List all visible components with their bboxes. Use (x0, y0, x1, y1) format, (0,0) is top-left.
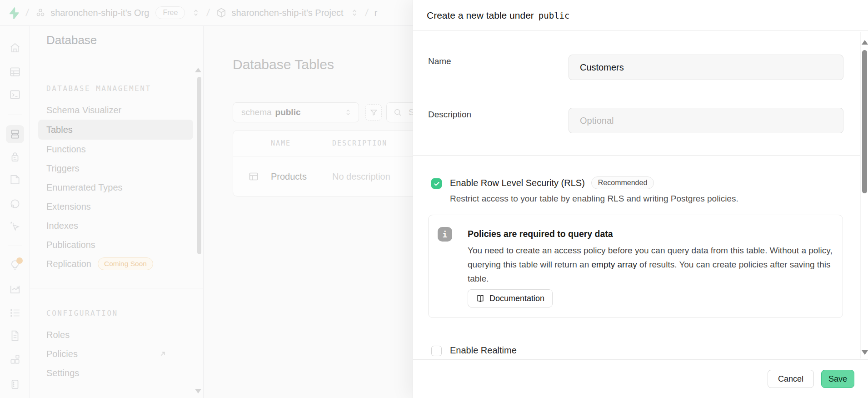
coming-soon-badge: Coming Soon (98, 257, 153, 270)
app-icon-rail (0, 26, 30, 398)
project-settings-icon[interactable] (9, 378, 21, 390)
rail-divider (8, 115, 22, 115)
breadcrumb-separator: / (206, 7, 210, 19)
table-name-cell: Products (271, 156, 307, 196)
advisors-icon[interactable] (9, 259, 21, 271)
sidebar-item-tables[interactable]: Tables (38, 120, 193, 140)
rls-label: Enable Row Level Security (RLS) (450, 178, 585, 188)
realtime-checkbox[interactable] (431, 346, 442, 356)
panel-footer: Cancel Save (413, 359, 868, 398)
sidebar-scroll-down-arrow[interactable] (195, 389, 201, 393)
sidebar-title: Database (46, 33, 97, 47)
rls-label-row: Enable Row Level Security (RLS) Recommen… (450, 176, 654, 189)
database-icon[interactable] (6, 125, 24, 143)
plan-badge: Free (155, 6, 185, 19)
panel-title-schema: public (539, 10, 570, 20)
description-input[interactable] (569, 108, 843, 133)
table-editor-icon[interactable] (9, 66, 21, 78)
storage-icon[interactable] (9, 174, 21, 186)
sidebar-item-publications[interactable]: Publications (30, 235, 197, 254)
description-field-label: Description (428, 110, 471, 120)
table-grid-icon (248, 171, 259, 182)
logs-icon[interactable] (9, 307, 21, 319)
info-icon: i (438, 227, 452, 242)
cancel-button[interactable]: Cancel (768, 370, 814, 388)
scroll-down-arrow[interactable] (862, 350, 868, 355)
sidebar-item-indexes[interactable]: Indexes (30, 216, 197, 235)
supabase-logo-icon[interactable] (7, 7, 20, 19)
save-button[interactable]: Save (821, 370, 854, 388)
project-cube-icon (216, 7, 227, 18)
database-sidebar: Database DATABASE MANAGEMENT Schema Visu… (30, 26, 204, 398)
search-icon (393, 108, 402, 117)
realtime-label: Enable Realtime (450, 345, 517, 356)
sidebar-item-schema-visualizer[interactable]: Schema Visualizer (30, 101, 197, 120)
section-label-configuration: CONFIGURATION (46, 309, 118, 317)
sidebar-item-replication[interactable]: Replication Coming Soon (30, 254, 197, 273)
info-title: Policies are required to query data (468, 229, 613, 239)
sql-editor-icon[interactable] (9, 89, 21, 101)
home-icon[interactable] (9, 42, 21, 54)
rls-help-text: Restrict access to your table by enablin… (450, 194, 738, 204)
scroll-up-arrow[interactable] (862, 40, 868, 45)
sidebar-item-roles[interactable]: Roles (30, 325, 197, 344)
reports-icon[interactable] (9, 283, 21, 295)
panel-header: Create a new table under public (413, 0, 868, 31)
book-icon (476, 294, 485, 303)
organization-icon (35, 7, 46, 18)
filter-button[interactable] (365, 104, 382, 121)
sidebar-scrollbar-thumb[interactable] (197, 77, 201, 254)
breadcrumb-org[interactable]: sharonchen-ship-it's Org (35, 7, 149, 18)
panel-title: Create a new table under (427, 10, 534, 21)
sidebar-item-policies[interactable]: Policies (30, 344, 197, 363)
column-header-description: DESCRIPTION (332, 131, 387, 156)
name-field-label: Name (428, 56, 451, 66)
sidebar-scroll-up-arrow[interactable] (195, 68, 201, 72)
integrations-icon[interactable] (9, 353, 21, 365)
breadcrumb-partial-item: r (374, 8, 378, 18)
table-description-cell: No description (332, 156, 390, 196)
schema-select[interactable]: schema public (233, 102, 359, 122)
create-table-panel: Create a new table under public Name Des… (413, 0, 868, 398)
breadcrumb-separator: / (364, 7, 369, 19)
external-link-icon (159, 350, 167, 358)
scrollbar-thumb[interactable] (862, 50, 867, 193)
sidebar-item-functions[interactable]: Functions (30, 140, 197, 159)
api-docs-icon[interactable] (9, 330, 21, 342)
checkmark-icon (433, 180, 440, 187)
realtime-icon[interactable] (9, 221, 21, 232)
name-input[interactable] (569, 55, 843, 80)
authentication-icon[interactable] (9, 151, 21, 163)
breadcrumb-separator: / (25, 7, 30, 19)
org-switcher-chevron-icon[interactable] (191, 8, 200, 17)
chevron-updown-icon (344, 108, 352, 116)
sidebar-item-extensions[interactable]: Extensions (30, 197, 197, 216)
documentation-button[interactable]: Documentation (468, 289, 553, 307)
schema-select-prefix: schema (241, 107, 272, 117)
project-switcher-chevron-icon[interactable] (350, 8, 359, 17)
recommended-badge: Recommended (591, 176, 654, 189)
project-name: sharonchen-ship-it's Project (231, 8, 343, 18)
advisors-notification-dot (16, 257, 23, 264)
rls-checkbox[interactable] (431, 178, 442, 189)
sidebar-divider (30, 63, 203, 63)
page-title: Database Tables (233, 57, 334, 72)
panel-scrollbar[interactable] (860, 32, 868, 358)
section-divider (413, 155, 861, 156)
funnel-icon (369, 108, 378, 117)
org-name: sharonchen-ship-it's Org (50, 8, 149, 18)
sidebar-item-triggers[interactable]: Triggers (30, 159, 197, 178)
rail-divider (8, 246, 22, 246)
info-body: You need to create an access policy befo… (468, 243, 833, 286)
breadcrumb-project[interactable]: sharonchen-ship-it's Project (216, 7, 343, 18)
column-header-name: NAME (271, 131, 291, 156)
policies-info-box: i Policies are required to query data Yo… (428, 215, 843, 318)
sidebar-divider (30, 288, 203, 288)
section-label-database-management: DATABASE MANAGEMENT (46, 84, 151, 93)
edge-functions-icon[interactable] (9, 198, 21, 210)
sidebar-item-settings[interactable]: Settings (30, 363, 197, 383)
schema-select-value: public (275, 107, 301, 117)
empty-array-link[interactable]: empty array (591, 260, 637, 269)
sidebar-item-enumerated-types[interactable]: Enumerated Types (30, 178, 197, 197)
